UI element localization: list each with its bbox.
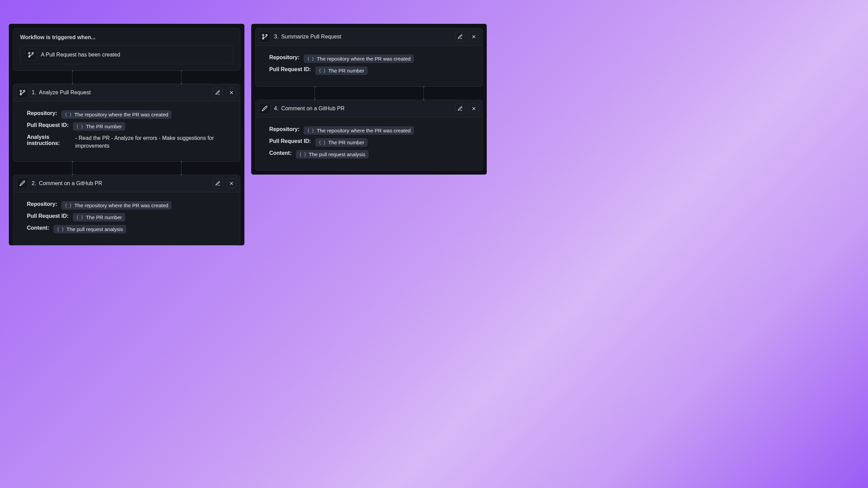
git-branch-icon <box>25 49 37 61</box>
git-branch-icon <box>259 31 271 43</box>
braces-icon: { } <box>299 152 306 157</box>
trigger-event-row[interactable]: A Pull Request has been created <box>20 45 233 64</box>
close-button[interactable] <box>469 32 479 42</box>
chip-value: The PR number <box>328 68 364 74</box>
step-number: 4. <box>274 105 278 112</box>
git-branch-icon <box>17 87 28 98</box>
variable-chip[interactable]: { }The repository where the PR was creat… <box>61 201 172 210</box>
param-label: Pull Request ID: <box>269 66 311 72</box>
connector <box>255 87 483 100</box>
variable-chip[interactable]: { }The PR number <box>315 66 368 75</box>
edit-button[interactable] <box>213 178 223 189</box>
param-row: Repository: { }The repository where the … <box>27 201 226 210</box>
step-card-3: 3. Summarize Pull Request Repository: { … <box>255 28 483 87</box>
param-label: Repository: <box>269 54 300 61</box>
param-row: Repository: { }The repository where the … <box>269 54 469 63</box>
edit-button[interactable] <box>455 103 465 114</box>
param-row: Content: { }The pull request analysis <box>269 150 469 159</box>
variable-chip[interactable]: { }The pull request analysis <box>296 150 369 159</box>
param-label: Repository: <box>269 126 300 132</box>
braces-icon: { } <box>307 56 314 61</box>
step-card-4: 4. Comment on a GitHub PR Repository: { … <box>255 100 483 170</box>
chip-value: The pull request analysis <box>66 226 123 232</box>
braces-icon: { } <box>319 68 325 73</box>
pencil-icon <box>259 103 271 114</box>
braces-icon: { } <box>65 203 71 208</box>
close-button[interactable] <box>226 178 237 189</box>
variable-chip[interactable]: { }The pull request analysis <box>53 225 126 233</box>
param-label: Pull Request ID: <box>269 138 311 144</box>
svg-point-6 <box>262 34 264 36</box>
param-row: Pull Request ID: { }The PR number <box>269 66 469 75</box>
step-card-1: 1. Analyze Pull Request Repository: { }T… <box>13 84 240 162</box>
param-row: Repository: { }The repository where the … <box>27 110 226 119</box>
edit-button[interactable] <box>455 32 465 42</box>
svg-point-3 <box>20 90 21 92</box>
step-number: 2. <box>32 180 36 186</box>
step-number: 3. <box>274 34 278 40</box>
param-value-text: - Read the PR - Analyze for errors - Mak… <box>75 134 226 150</box>
right-panel: 3. Summarize Pull Request Repository: { … <box>251 24 487 175</box>
step-header: 4. Comment on a GitHub PR <box>256 100 482 117</box>
braces-icon: { } <box>319 140 325 145</box>
param-label: Content: <box>269 150 292 156</box>
edit-button[interactable] <box>213 87 223 98</box>
param-row: Repository: { }The repository where the … <box>269 126 469 135</box>
chip-value: The PR number <box>86 124 122 129</box>
braces-icon: { } <box>57 227 64 232</box>
variable-chip[interactable]: { }The repository where the PR was creat… <box>61 110 172 119</box>
braces-icon: { } <box>65 112 71 117</box>
workflow-columns: Workflow is triggered when... A Pull Req… <box>9 24 859 245</box>
close-button[interactable] <box>226 87 237 98</box>
trigger-heading: Workflow is triggered when... <box>20 34 233 40</box>
trigger-event-text: A Pull Request has been created <box>41 52 120 58</box>
param-row: Analysis instructions: - Read the PR - A… <box>27 134 226 150</box>
variable-chip[interactable]: { }The repository where the PR was creat… <box>304 126 414 135</box>
param-label: Pull Request ID: <box>27 213 69 219</box>
step-title-text: Summarize Pull Request <box>281 34 341 40</box>
braces-icon: { } <box>76 215 83 220</box>
variable-chip[interactable]: { }The repository where the PR was creat… <box>304 54 414 63</box>
variable-chip[interactable]: { }The PR number <box>73 213 125 222</box>
param-row: Pull Request ID: { }The PR number <box>27 213 226 222</box>
step-card-2: 2. Comment on a GitHub PR Repository: { … <box>13 175 240 245</box>
pencil-icon <box>17 178 28 189</box>
braces-icon: { } <box>76 124 83 129</box>
param-label: Content: <box>27 225 49 231</box>
param-label: Repository: <box>27 110 57 116</box>
trigger-card: Workflow is triggered when... A Pull Req… <box>13 28 240 71</box>
step-body: Repository: { }The repository where the … <box>256 46 482 86</box>
step-body: Repository: { }The repository where the … <box>256 117 482 170</box>
chip-value: The repository where the PR was created <box>74 112 168 117</box>
connector <box>13 71 240 84</box>
step-title-text: Comment on a GitHub PR <box>39 180 102 186</box>
step-title-text: Analyze Pull Request <box>39 90 91 96</box>
param-label: Pull Request ID: <box>27 122 69 128</box>
param-row: Pull Request ID: { }The PR number <box>27 122 226 131</box>
connector <box>13 162 240 175</box>
chip-value: The repository where the PR was created <box>317 56 411 62</box>
chip-value: The repository where the PR was created <box>74 202 168 208</box>
step-title-text: Comment on a GitHub PR <box>281 105 344 112</box>
svg-point-0 <box>29 52 30 54</box>
variable-chip[interactable]: { }The PR number <box>315 138 368 147</box>
chip-value: The repository where the PR was created <box>317 128 411 133</box>
param-label: Repository: <box>27 201 57 207</box>
step-header: 2. Comment on a GitHub PR <box>13 175 240 192</box>
left-panel: Workflow is triggered when... A Pull Req… <box>9 24 244 245</box>
chip-value: The PR number <box>86 214 122 220</box>
step-header: 3. Summarize Pull Request <box>256 28 482 46</box>
variable-chip[interactable]: { }The PR number <box>73 122 125 131</box>
chip-value: The PR number <box>328 140 364 145</box>
step-header: 1. Analyze Pull Request <box>13 84 240 101</box>
chip-value: The pull request analysis <box>309 151 365 157</box>
param-row: Pull Request ID: { }The PR number <box>269 138 469 147</box>
close-button[interactable] <box>469 103 479 114</box>
step-number: 1. <box>32 90 36 96</box>
param-row: Content: { }The pull request analysis <box>27 225 226 233</box>
braces-icon: { } <box>307 128 314 133</box>
param-label: Analysis instructions: <box>27 134 71 146</box>
step-body: Repository: { }The repository where the … <box>13 101 240 161</box>
step-body: Repository: { }The repository where the … <box>13 192 240 245</box>
